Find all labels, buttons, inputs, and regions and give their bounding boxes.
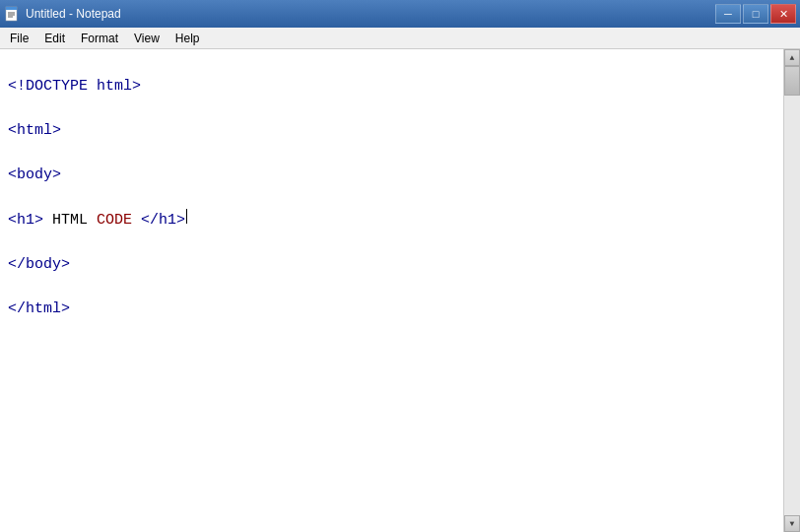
menu-view[interactable]: View bbox=[126, 28, 167, 48]
scroll-thumb[interactable] bbox=[784, 66, 800, 96]
minimize-button[interactable]: ─ bbox=[715, 4, 741, 24]
text-editor[interactable]: <!DOCTYPE html> <html> <body> <h1> HTML … bbox=[0, 49, 783, 532]
menu-format[interactable]: Format bbox=[73, 28, 126, 48]
menu-bar: File Edit Format View Help bbox=[0, 28, 800, 49]
close-button[interactable]: ✕ bbox=[770, 4, 796, 24]
notepad-icon bbox=[4, 6, 20, 22]
menu-file[interactable]: File bbox=[2, 28, 36, 48]
scroll-down-button[interactable]: ▼ bbox=[784, 515, 800, 532]
notepad-window: Untitled - Notepad ─ □ ✕ File Edit Forma… bbox=[0, 0, 800, 532]
editor-area: <!DOCTYPE html> <html> <body> <h1> HTML … bbox=[0, 49, 800, 532]
title-bar-controls: ─ □ ✕ bbox=[715, 4, 796, 24]
window-title: Untitled - Notepad bbox=[26, 7, 121, 21]
menu-help[interactable]: Help bbox=[167, 28, 208, 48]
scroll-up-button[interactable]: ▲ bbox=[784, 49, 800, 66]
menu-edit[interactable]: Edit bbox=[36, 28, 73, 48]
title-bar-left: Untitled - Notepad bbox=[4, 6, 121, 22]
vertical-scrollbar[interactable]: ▲ ▼ bbox=[783, 49, 800, 532]
svg-rect-1 bbox=[6, 7, 17, 10]
title-bar: Untitled - Notepad ─ □ ✕ bbox=[0, 0, 800, 28]
restore-button[interactable]: □ bbox=[743, 4, 768, 24]
scroll-track[interactable] bbox=[784, 66, 800, 515]
